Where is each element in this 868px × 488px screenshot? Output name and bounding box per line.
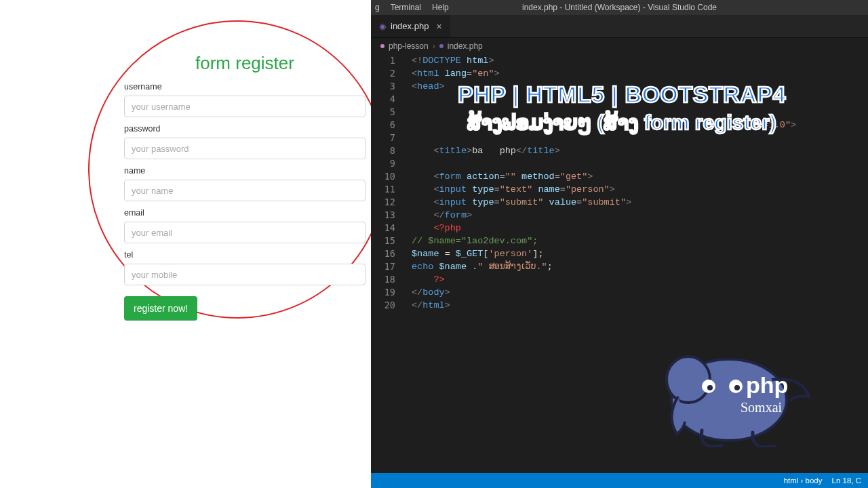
code-line[interactable]: </form>: [412, 209, 868, 222]
code-line[interactable]: <html lang="en">: [412, 67, 868, 80]
menu-go[interactable]: g: [375, 0, 380, 15]
svg-point-3: [707, 385, 713, 390]
code-line[interactable]: ?>: [412, 273, 868, 286]
email-input[interactable]: [124, 222, 366, 243]
password-input[interactable]: [124, 138, 366, 159]
status-bar: html › body Ln 18, C: [371, 473, 868, 488]
code-line[interactable]: </body>: [412, 286, 868, 299]
breadcrumb[interactable]: php-lesson › index.php: [371, 38, 868, 54]
username-label: username: [124, 82, 366, 92]
close-icon[interactable]: ×: [436, 21, 441, 32]
menu-terminal[interactable]: Terminal: [391, 0, 421, 15]
username-input[interactable]: [124, 96, 366, 117]
folder-icon: [380, 44, 384, 48]
php-elephant-logo: php Somxai: [651, 319, 814, 447]
menu-help[interactable]: Help: [432, 0, 449, 15]
tel-input[interactable]: [124, 264, 366, 285]
menu-bar: g Terminal Help index.php - Untitled (Wo…: [371, 0, 868, 15]
php-file-icon: [439, 44, 443, 48]
status-cursor-position[interactable]: Ln 18, C: [832, 476, 861, 485]
breadcrumb-file: index.php: [448, 41, 483, 51]
code-line[interactable]: </html>: [412, 299, 868, 312]
svg-point-5: [734, 385, 740, 390]
logo-text-php: php: [746, 372, 788, 398]
chevron-right-icon: ›: [433, 41, 435, 51]
code-line[interactable]: <title>ba php</title>: [412, 144, 868, 157]
register-submit-button[interactable]: register now!: [124, 296, 197, 321]
window-title: index.php - Untitled (Workspace) - Visua…: [522, 0, 717, 15]
code-line[interactable]: <?php: [412, 222, 868, 235]
code-line[interactable]: [412, 157, 868, 170]
name-input[interactable]: [124, 180, 366, 201]
video-overlay-title: PHP | HTML5 | BOOTSTRAP4 ສ້າງຟອມງ່າຍໆ (ສ…: [384, 81, 859, 134]
breadcrumb-folder: php-lesson: [389, 41, 429, 51]
code-line[interactable]: <input type="text" name="person">: [412, 183, 868, 196]
password-label: password: [124, 124, 366, 134]
overlay-line2: ສ້າງຟອມງ່າຍໆ (ສ້າງ form register): [384, 110, 859, 134]
status-path[interactable]: html › body: [784, 476, 823, 485]
email-label: email: [124, 208, 366, 218]
code-line[interactable]: <input type="submit" value="submit">: [412, 196, 868, 209]
php-file-icon: ◉: [379, 22, 386, 31]
code-line[interactable]: <!DOCTYPE html>: [412, 54, 868, 67]
svg-point-1: [667, 357, 710, 403]
register-form: form register username password name ema…: [124, 53, 366, 321]
code-line[interactable]: // $name="lao2dev.com";: [412, 235, 868, 247]
vscode-window: g Terminal Help index.php - Untitled (Wo…: [371, 0, 868, 488]
tab-indexphp[interactable]: ◉ index.php ×: [371, 15, 451, 37]
tab-label: index.php: [391, 21, 429, 31]
form-title: form register: [124, 53, 366, 74]
tel-label: tel: [124, 250, 366, 260]
code-line[interactable]: $name = $_GET['person'];: [412, 247, 868, 260]
code-line[interactable]: echo $name ." ສອນສ້າງເວັບ.";: [412, 260, 868, 273]
code-line[interactable]: <form action="" method="get">: [412, 170, 868, 183]
editor-tabs: ◉ index.php ×: [371, 15, 868, 38]
browser-form-preview: form register username password name ema…: [0, 0, 371, 488]
name-label: name: [124, 166, 366, 176]
logo-text-signature: Somxai: [741, 400, 783, 415]
overlay-line1: PHP | HTML5 | BOOTSTRAP4: [384, 81, 859, 108]
